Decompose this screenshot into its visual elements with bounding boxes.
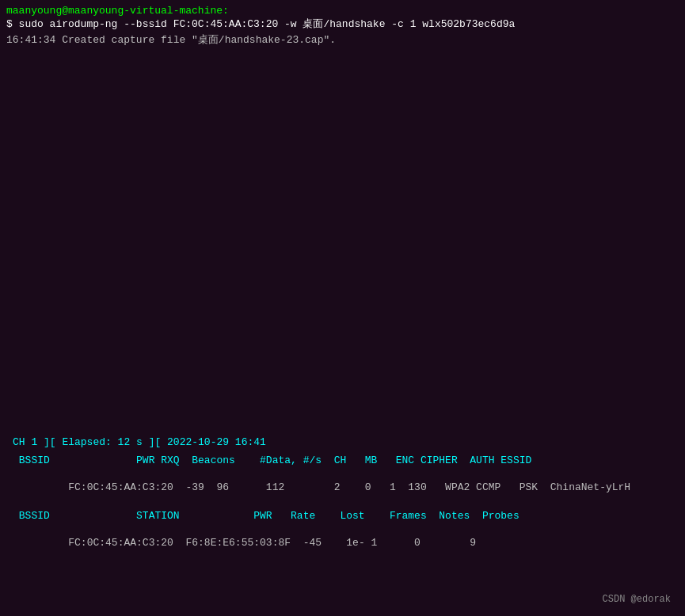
status-line: CH 1 ][ Elapsed: 12 s ][ 2022-10-29 16:4… <box>13 436 672 448</box>
station-table-row: FC:0C:45:AA:C3:20 F6:8E:E6:55:03:8F -45 … <box>13 525 672 561</box>
ap-row-0: FC:0C:45:AA:C3:20 -39 96 112 2 0 1 130 W… <box>62 481 630 493</box>
terminal-content: maanyoung@maanyoung-virtual-machine : $ … <box>6 5 679 611</box>
bottom-section: CH 1 ][ Elapsed: 12 s ][ 2022-10-29 16:4… <box>13 1 672 564</box>
watermark: CSDN @edorak <box>603 594 671 605</box>
terminal-window: maanyoung@maanyoung-virtual-machine : $ … <box>0 0 685 616</box>
ap-table-row: FC:0C:45:AA:C3:20 -39 96 112 2 0 1 130 W… <box>13 470 672 505</box>
station-table-header: BSSID STATION PWR Rate Lost Frames Notes… <box>13 510 672 522</box>
station-row-0: FC:0C:45:AA:C3:20 F6:8E:E6:55:03:8F -45 … <box>62 537 476 549</box>
ap-table-header: BSSID PWR RXQ Beacons #Data, #/s CH MB E… <box>13 454 672 466</box>
